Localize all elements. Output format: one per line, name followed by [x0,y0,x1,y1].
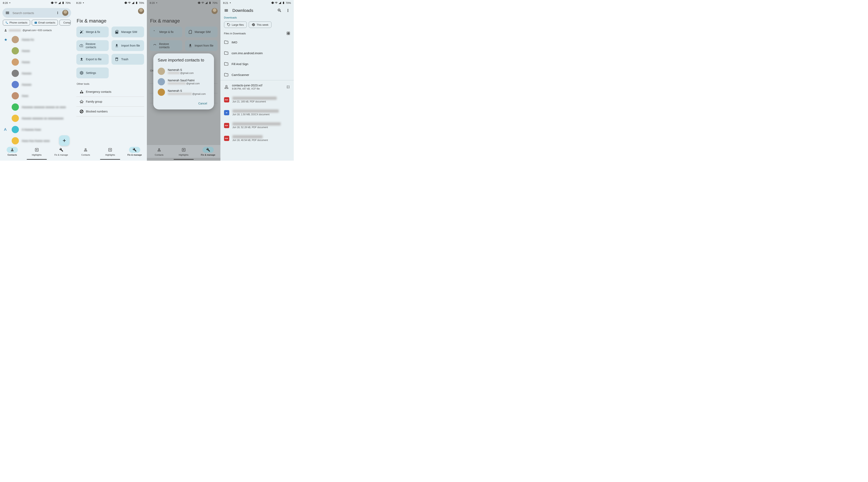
pdf-icon: PDF [224,136,229,141]
profile-avatar [212,8,218,14]
folder-item[interactable]: com.imo.android.imoim [220,47,294,59]
tools-grid-dimmed: Merge & fix Manage SIM Restore contacts … [147,27,220,51]
pdf-icon: PDF [224,97,229,102]
signal-icon [278,1,281,4]
contact-item[interactable]: Aaaaaa [0,68,73,79]
contact-item[interactable]: Aaaaa [0,45,73,57]
battery-icon [62,1,64,4]
contact-item[interactable]: AA Aaaaaa Aaaa [0,124,73,135]
wifi-icon [128,1,131,4]
signal-icon [205,1,208,4]
nav-contacts[interactable]: Contacts [0,145,25,158]
trash-button[interactable]: Trash [112,54,144,65]
file-item[interactable]: PDFJun 16, 52.28 kB, PDF document [220,119,294,132]
signal-icon [132,1,134,4]
emergency-contacts-button[interactable]: Emergency contacts [76,87,144,97]
this-week-chip[interactable]: This week [249,22,272,28]
nav-fix-manage[interactable]: Fix & manage [122,145,147,158]
folder-item[interactable]: Fill And Sign [220,59,294,69]
page-title: Downloads [232,8,274,13]
docx-icon: W [224,110,229,115]
folder-item[interactable]: CamScanner [220,69,294,80]
contact-item[interactable]: Aaaa [0,90,73,101]
fullscreen-icon[interactable] [286,85,290,89]
family-group-button[interactable]: Family group [76,97,144,107]
tools-grid: Merge & fix Manage SIM Restore contacts … [73,27,147,78]
nav-fix-manage[interactable]: Fix & manage [49,145,73,158]
fix-manage-screen: 8:20 70% Fix & manage Merge & fix Manage… [73,0,147,161]
battery-icon [282,1,285,4]
vibrate-icon [124,1,127,4]
account-option[interactable]: Namerah S@gmail.com [158,87,210,97]
filter-chips: Large files This week [220,22,294,31]
battery-icon [209,1,211,4]
file-item[interactable]: WJun 18, 1.50 MB, DOCX document [220,106,294,119]
status-bar: 8:20 70% [0,0,73,6]
import-from-file-button[interactable]: Import from file [112,40,144,51]
nav-contacts[interactable]: Contacts [73,145,98,158]
manage-sim-button[interactable]: Manage SIM [112,27,144,37]
cancel-button[interactable]: Cancel [196,100,210,107]
search-icon[interactable] [277,8,282,13]
contacts-screen: 8:20 70% Phone contacts Email contacts C… [0,0,73,161]
file-list: IMO com.imo.android.imoim Fill And Sign … [220,37,294,161]
export-to-file-button[interactable]: Export to file [76,54,109,65]
nav-highlights[interactable]: Highlights [98,145,122,158]
profile-avatar[interactable] [62,10,68,16]
breadcrumb-path[interactable]: Downloads [220,15,294,22]
phone-contacts-chip[interactable]: Phone contacts [3,20,30,26]
settings-button[interactable]: Settings [76,67,109,78]
signal-icon [58,1,61,4]
downloads-header: Downloads [220,6,294,15]
blocked-numbers-button[interactable]: Blocked numbers [76,107,144,117]
folder-item[interactable]: IMO [220,37,294,47]
large-files-chip[interactable]: Large files [224,22,247,28]
search-bar[interactable] [2,8,71,18]
email-contacts-chip[interactable]: Email contacts [32,20,58,26]
status-bar: 8:21 70% [220,0,294,6]
battery-icon [135,1,138,4]
vibrate-icon [51,1,54,4]
more-icon[interactable] [56,11,60,15]
bottom-nav: Contacts Highlights Fix & manage [73,145,147,158]
save-imported-dialog: Save imported contacts to Namerah S@gmai… [153,54,214,109]
profile-avatar[interactable] [138,8,144,14]
search-input[interactable] [12,11,53,15]
more-icon[interactable] [286,8,290,13]
contact-item[interactable]: Aaaaaaa aaaaaaa aaaaaa aa aaaa [0,101,73,113]
pdf-icon: PDF [224,123,229,128]
star-icon: ★ [4,37,7,42]
page-title: Fix & manage [147,15,220,27]
file-item[interactable]: PDFJun 16, 40.54 kB, PDF document [220,132,294,145]
status-bar: 8:20 70% [147,0,220,6]
page-title: Fix & manage [73,15,147,27]
vibrate-icon [271,1,274,4]
file-item[interactable]: PDFJun 21, 165 kB, PDF document [220,93,294,106]
bottom-nav: Contacts Highlights Fix & manage [0,145,73,158]
account-summary: @gmail.com • 633 contacts [0,28,73,34]
merge-fix-button[interactable]: Merge & fix [76,27,109,37]
import-dialog-screen: 8:20 70% Fix & manage Merge & fix Manage… [147,0,220,161]
company-chip[interactable]: Compa [60,20,70,26]
account-option[interactable]: Namerah Saud Fatmi@gmail.com [158,76,210,87]
downloads-screen: 8:21 70% Downloads Downloads Large files… [220,0,294,161]
vibrate-icon [198,1,200,4]
hamburger-icon[interactable] [224,8,228,13]
contact-item[interactable]: Aaaaaa aaaaaaa aa aaaaaaaaaa [0,113,73,124]
files-section-header: Files in Downloads [220,31,294,37]
wifi-icon [275,1,278,4]
contact-list: ★Aaaaa Aa Aaaaa Aaaaa Aaaaaa Aaaaaa Aaaa… [0,34,73,145]
restore-contacts-button[interactable]: Restore contacts [76,40,109,51]
add-contact-fab[interactable] [59,135,69,146]
hamburger-icon[interactable] [5,11,10,15]
vcf-file-item[interactable]: contacts-june-2023.vcf8:06 PM, 447 kB, V… [220,80,294,93]
contact-item[interactable]: Aaaaa [0,57,73,68]
grid-view-icon[interactable] [286,32,290,35]
bottom-nav-dimmed: Contacts Highlights Fix & manage [147,145,220,158]
nav-highlights[interactable]: Highlights [25,145,49,158]
contact-item[interactable]: ★Aaaaa Aa [0,34,73,45]
section-letter: A [4,127,7,132]
other-tools-heading: Other tools [73,78,147,87]
contact-item[interactable]: Aaaaaa [0,79,73,90]
account-option[interactable]: Namerah S@gmail.com [158,66,210,76]
